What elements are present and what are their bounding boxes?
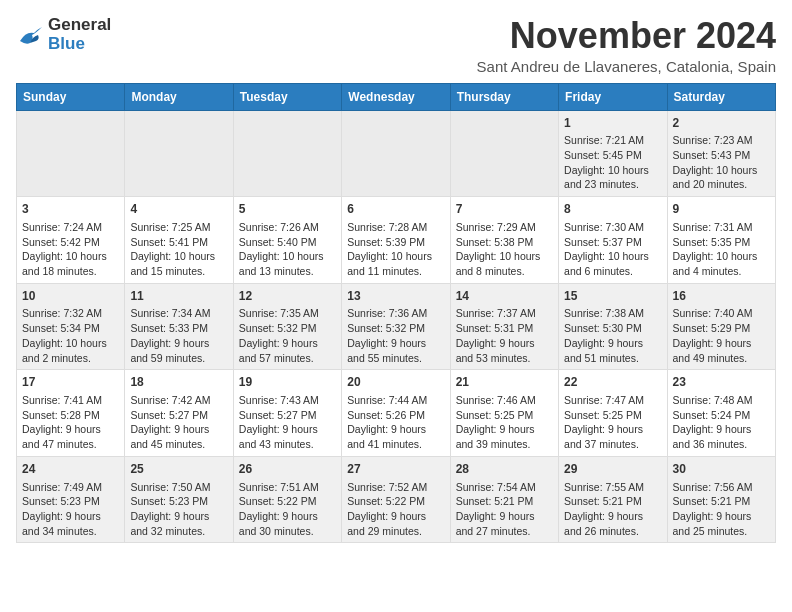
calendar-cell: 26Sunrise: 7:51 AMSunset: 5:22 PMDayligh… — [233, 456, 341, 543]
calendar-cell: 17Sunrise: 7:41 AMSunset: 5:28 PMDayligh… — [17, 370, 125, 457]
calendar-cell: 30Sunrise: 7:56 AMSunset: 5:21 PMDayligh… — [667, 456, 775, 543]
calendar-cell: 10Sunrise: 7:32 AMSunset: 5:34 PMDayligh… — [17, 283, 125, 370]
calendar-cell: 29Sunrise: 7:55 AMSunset: 5:21 PMDayligh… — [559, 456, 667, 543]
day-number: 16 — [673, 288, 770, 305]
day-info: Sunrise: 7:29 AMSunset: 5:38 PMDaylight:… — [456, 220, 553, 279]
calendar-cell: 4Sunrise: 7:25 AMSunset: 5:41 PMDaylight… — [125, 197, 233, 284]
calendar-cell: 5Sunrise: 7:26 AMSunset: 5:40 PMDaylight… — [233, 197, 341, 284]
weekday-header-sunday: Sunday — [17, 83, 125, 110]
day-info: Sunrise: 7:49 AMSunset: 5:23 PMDaylight:… — [22, 480, 119, 539]
weekday-header-monday: Monday — [125, 83, 233, 110]
calendar-cell: 15Sunrise: 7:38 AMSunset: 5:30 PMDayligh… — [559, 283, 667, 370]
weekday-header-saturday: Saturday — [667, 83, 775, 110]
day-number: 20 — [347, 374, 444, 391]
day-number: 2 — [673, 115, 770, 132]
day-info: Sunrise: 7:26 AMSunset: 5:40 PMDaylight:… — [239, 220, 336, 279]
calendar-cell — [125, 110, 233, 197]
day-number: 15 — [564, 288, 661, 305]
day-info: Sunrise: 7:24 AMSunset: 5:42 PMDaylight:… — [22, 220, 119, 279]
calendar-cell: 11Sunrise: 7:34 AMSunset: 5:33 PMDayligh… — [125, 283, 233, 370]
calendar-cell — [450, 110, 558, 197]
month-title: November 2024 — [477, 16, 776, 56]
day-number: 10 — [22, 288, 119, 305]
day-number: 13 — [347, 288, 444, 305]
day-info: Sunrise: 7:41 AMSunset: 5:28 PMDaylight:… — [22, 393, 119, 452]
calendar-week-row: 10Sunrise: 7:32 AMSunset: 5:34 PMDayligh… — [17, 283, 776, 370]
calendar-week-row: 1Sunrise: 7:21 AMSunset: 5:45 PMDaylight… — [17, 110, 776, 197]
day-number: 28 — [456, 461, 553, 478]
day-info: Sunrise: 7:30 AMSunset: 5:37 PMDaylight:… — [564, 220, 661, 279]
day-info: Sunrise: 7:55 AMSunset: 5:21 PMDaylight:… — [564, 480, 661, 539]
day-info: Sunrise: 7:54 AMSunset: 5:21 PMDaylight:… — [456, 480, 553, 539]
day-number: 23 — [673, 374, 770, 391]
calendar-cell — [17, 110, 125, 197]
calendar-cell: 23Sunrise: 7:48 AMSunset: 5:24 PMDayligh… — [667, 370, 775, 457]
calendar-cell: 14Sunrise: 7:37 AMSunset: 5:31 PMDayligh… — [450, 283, 558, 370]
calendar-cell: 21Sunrise: 7:46 AMSunset: 5:25 PMDayligh… — [450, 370, 558, 457]
day-number: 30 — [673, 461, 770, 478]
day-info: Sunrise: 7:25 AMSunset: 5:41 PMDaylight:… — [130, 220, 227, 279]
day-number: 27 — [347, 461, 444, 478]
day-number: 5 — [239, 201, 336, 218]
day-info: Sunrise: 7:51 AMSunset: 5:22 PMDaylight:… — [239, 480, 336, 539]
day-info: Sunrise: 7:52 AMSunset: 5:22 PMDaylight:… — [347, 480, 444, 539]
calendar-cell: 6Sunrise: 7:28 AMSunset: 5:39 PMDaylight… — [342, 197, 450, 284]
calendar-cell: 8Sunrise: 7:30 AMSunset: 5:37 PMDaylight… — [559, 197, 667, 284]
day-number: 29 — [564, 461, 661, 478]
title-block: November 2024 Sant Andreu de Llavaneres,… — [477, 16, 776, 75]
day-info: Sunrise: 7:21 AMSunset: 5:45 PMDaylight:… — [564, 133, 661, 192]
calendar-cell: 1Sunrise: 7:21 AMSunset: 5:45 PMDaylight… — [559, 110, 667, 197]
day-number: 18 — [130, 374, 227, 391]
day-number: 21 — [456, 374, 553, 391]
day-info: Sunrise: 7:34 AMSunset: 5:33 PMDaylight:… — [130, 306, 227, 365]
day-number: 9 — [673, 201, 770, 218]
day-number: 25 — [130, 461, 227, 478]
weekday-header-row: SundayMondayTuesdayWednesdayThursdayFrid… — [17, 83, 776, 110]
day-info: Sunrise: 7:43 AMSunset: 5:27 PMDaylight:… — [239, 393, 336, 452]
day-number: 11 — [130, 288, 227, 305]
calendar-cell: 3Sunrise: 7:24 AMSunset: 5:42 PMDaylight… — [17, 197, 125, 284]
day-number: 17 — [22, 374, 119, 391]
day-info: Sunrise: 7:32 AMSunset: 5:34 PMDaylight:… — [22, 306, 119, 365]
calendar-cell: 19Sunrise: 7:43 AMSunset: 5:27 PMDayligh… — [233, 370, 341, 457]
calendar-cell: 18Sunrise: 7:42 AMSunset: 5:27 PMDayligh… — [125, 370, 233, 457]
day-number: 7 — [456, 201, 553, 218]
day-info: Sunrise: 7:38 AMSunset: 5:30 PMDaylight:… — [564, 306, 661, 365]
day-number: 6 — [347, 201, 444, 218]
day-number: 14 — [456, 288, 553, 305]
calendar-cell: 20Sunrise: 7:44 AMSunset: 5:26 PMDayligh… — [342, 370, 450, 457]
day-info: Sunrise: 7:47 AMSunset: 5:25 PMDaylight:… — [564, 393, 661, 452]
calendar-cell: 28Sunrise: 7:54 AMSunset: 5:21 PMDayligh… — [450, 456, 558, 543]
calendar-week-row: 3Sunrise: 7:24 AMSunset: 5:42 PMDaylight… — [17, 197, 776, 284]
day-number: 3 — [22, 201, 119, 218]
calendar-cell: 27Sunrise: 7:52 AMSunset: 5:22 PMDayligh… — [342, 456, 450, 543]
day-info: Sunrise: 7:28 AMSunset: 5:39 PMDaylight:… — [347, 220, 444, 279]
day-number: 8 — [564, 201, 661, 218]
day-number: 24 — [22, 461, 119, 478]
day-info: Sunrise: 7:44 AMSunset: 5:26 PMDaylight:… — [347, 393, 444, 452]
calendar-cell: 16Sunrise: 7:40 AMSunset: 5:29 PMDayligh… — [667, 283, 775, 370]
calendar-cell: 12Sunrise: 7:35 AMSunset: 5:32 PMDayligh… — [233, 283, 341, 370]
day-number: 22 — [564, 374, 661, 391]
day-info: Sunrise: 7:36 AMSunset: 5:32 PMDaylight:… — [347, 306, 444, 365]
page-header: General Blue November 2024 Sant Andreu d… — [16, 16, 776, 75]
calendar-week-row: 24Sunrise: 7:49 AMSunset: 5:23 PMDayligh… — [17, 456, 776, 543]
location-subtitle: Sant Andreu de Llavaneres, Catalonia, Sp… — [477, 58, 776, 75]
calendar-table: SundayMondayTuesdayWednesdayThursdayFrid… — [16, 83, 776, 544]
calendar-cell: 24Sunrise: 7:49 AMSunset: 5:23 PMDayligh… — [17, 456, 125, 543]
weekday-header-thursday: Thursday — [450, 83, 558, 110]
day-number: 4 — [130, 201, 227, 218]
day-number: 1 — [564, 115, 661, 132]
day-info: Sunrise: 7:56 AMSunset: 5:21 PMDaylight:… — [673, 480, 770, 539]
day-info: Sunrise: 7:46 AMSunset: 5:25 PMDaylight:… — [456, 393, 553, 452]
calendar-cell: 13Sunrise: 7:36 AMSunset: 5:32 PMDayligh… — [342, 283, 450, 370]
calendar-cell: 2Sunrise: 7:23 AMSunset: 5:43 PMDaylight… — [667, 110, 775, 197]
day-info: Sunrise: 7:48 AMSunset: 5:24 PMDaylight:… — [673, 393, 770, 452]
day-number: 26 — [239, 461, 336, 478]
weekday-header-tuesday: Tuesday — [233, 83, 341, 110]
logo: General Blue — [16, 16, 111, 53]
day-number: 19 — [239, 374, 336, 391]
day-info: Sunrise: 7:37 AMSunset: 5:31 PMDaylight:… — [456, 306, 553, 365]
calendar-cell: 7Sunrise: 7:29 AMSunset: 5:38 PMDaylight… — [450, 197, 558, 284]
logo-icon — [16, 23, 44, 47]
